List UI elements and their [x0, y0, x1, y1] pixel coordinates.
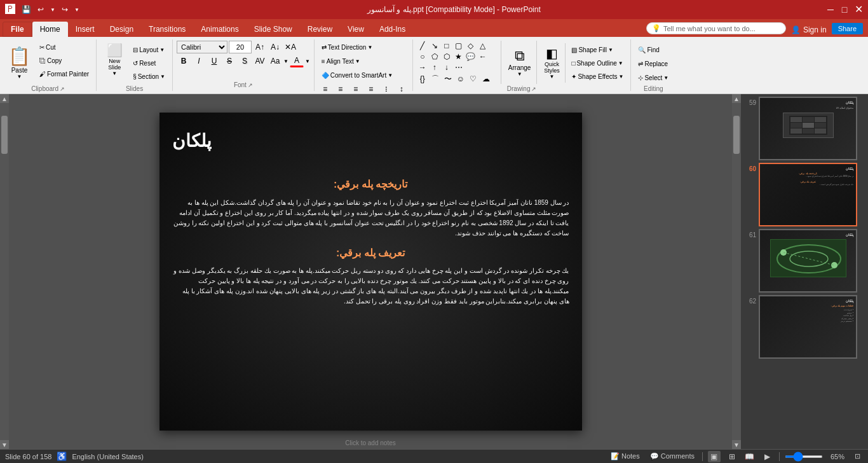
quick-styles-button[interactable]: ◧ Quick Styles ▼: [539, 41, 564, 84]
click-to-add-notes[interactable]: Click to add notes: [345, 439, 396, 446]
tab-file[interactable]: File: [3, 22, 32, 37]
minimize-button[interactable]: ─: [826, 5, 835, 14]
scroll-up-arrow-right[interactable]: ▲: [732, 94, 741, 103]
font-color-button[interactable]: A: [290, 55, 304, 67]
drawing-expand-icon[interactable]: ↗: [531, 86, 536, 92]
shape-arrow[interactable]: ↘: [429, 41, 440, 51]
normal-view-button[interactable]: ▣: [708, 451, 721, 462]
tell-me-box[interactable]: 💡 Tell me what you want to do...: [646, 22, 786, 34]
clear-format-button[interactable]: ✕A: [283, 41, 297, 53]
shape-diamond[interactable]: ◇: [465, 41, 477, 51]
shape-fill-button[interactable]: ▧ Shape Fill ▼: [568, 43, 627, 56]
save-qat-button[interactable]: 💾: [19, 4, 34, 15]
fit-slide-button[interactable]: ⊡: [852, 452, 863, 460]
italic-button[interactable]: I: [192, 55, 206, 67]
font-size-input[interactable]: [229, 41, 252, 53]
shape-callout[interactable]: 💬: [465, 52, 477, 62]
shape-star[interactable]: ★: [453, 52, 465, 62]
shape-heart[interactable]: ♡: [468, 74, 479, 84]
decrease-font-button[interactable]: A↓: [268, 41, 282, 53]
shape-up-arrow[interactable]: ↑: [429, 62, 440, 73]
align-center-button[interactable]: ≡: [334, 83, 348, 95]
thumbnail-60[interactable]: 60 پلکان تاريخچه پله برقي: در سال 1859 ن…: [743, 163, 865, 226]
col-button[interactable]: ⫶: [379, 83, 393, 95]
redo-qat-button[interactable]: ↪: [59, 4, 71, 15]
text-direction-button[interactable]: ⇄ Text Direction ▼: [318, 41, 376, 53]
tab-slideshow[interactable]: Slide Show: [247, 22, 300, 37]
signin-button[interactable]: 👤 Sign in: [791, 25, 827, 34]
undo-qat-button[interactable]: ↩: [35, 4, 46, 15]
thumbnail-62[interactable]: 62 پلکان قطعات مهم پله برقي: • چرخ دنده …: [743, 295, 865, 359]
shape-brace[interactable]: ⌒: [430, 74, 441, 84]
font-family-select[interactable]: Calibri: [177, 41, 227, 53]
shape-more[interactable]: ⋯: [453, 62, 465, 73]
find-button[interactable]: 🔍 Find: [635, 43, 662, 56]
bold-button[interactable]: B: [177, 55, 191, 67]
shape-ellipse[interactable]: ○: [417, 52, 428, 62]
thumbnail-61[interactable]: 61 پلکان: [743, 229, 865, 293]
tab-animations[interactable]: Animations: [193, 22, 246, 37]
undo-dropdown-button[interactable]: ▼: [48, 6, 58, 14]
strikethrough-button[interactable]: S: [222, 55, 236, 67]
current-slide[interactable]: پلکان تاريخچه پله برقي: در سال 1859 ناتا…: [159, 113, 582, 431]
layout-button[interactable]: ⊟ Layout ▼: [130, 43, 168, 56]
slide-show-button[interactable]: ▶: [761, 451, 774, 462]
shape-pentagon[interactable]: ⬠: [429, 52, 440, 62]
scroll-down-arrow-right[interactable]: ▼: [732, 440, 741, 449]
shape-triangle[interactable]: △: [477, 41, 489, 51]
comments-button[interactable]: 💬 Comments: [648, 452, 697, 460]
tab-addins[interactable]: Add-Ins: [372, 22, 413, 37]
change-case-button[interactable]: Aa: [268, 55, 282, 67]
shape-wave[interactable]: 〜: [442, 74, 454, 84]
scroll-up-arrow[interactable]: ▲: [0, 94, 9, 103]
shape-left-arrow[interactable]: ←: [477, 52, 489, 62]
shadow-button[interactable]: S: [238, 55, 252, 67]
shape-right-arrow[interactable]: →: [417, 62, 428, 73]
notes-button[interactable]: 📝 Notes: [608, 452, 642, 460]
tab-review[interactable]: Review: [300, 22, 340, 37]
format-painter-button[interactable]: 🖌 Format Painter: [36, 67, 92, 80]
close-button[interactable]: ✕: [854, 5, 863, 14]
tab-view[interactable]: View: [340, 22, 372, 37]
zoom-level-button[interactable]: 65%: [828, 453, 847, 460]
zoom-slider[interactable]: [785, 455, 823, 458]
share-button[interactable]: Share: [832, 23, 863, 34]
new-slide-button[interactable]: ⬜ New Slide ▼: [100, 41, 128, 69]
copy-button[interactable]: ⿻ Copy: [36, 54, 92, 67]
reading-view-button[interactable]: 📖: [743, 451, 756, 462]
justify-button[interactable]: ≡: [364, 83, 378, 95]
tab-insert[interactable]: Insert: [68, 22, 102, 37]
shape-effects-button[interactable]: ✦ Shape Effects ▼: [568, 70, 627, 83]
shape-bracket[interactable]: {}: [417, 74, 428, 84]
shape-cloud[interactable]: ☁: [480, 74, 492, 84]
line-spacing-button[interactable]: ↕: [395, 83, 409, 95]
shape-rect[interactable]: □: [441, 41, 452, 51]
restore-button[interactable]: □: [840, 5, 849, 14]
align-right-button[interactable]: ≡: [349, 83, 363, 95]
shape-round-rect[interactable]: ▢: [453, 41, 465, 51]
shape-down-arrow[interactable]: ↓: [441, 62, 452, 73]
cut-button[interactable]: ✂ Cut: [36, 41, 92, 53]
align-left-button[interactable]: ≡: [318, 83, 332, 95]
tab-home[interactable]: Home: [32, 22, 68, 37]
replace-button[interactable]: ⇌ Replace: [635, 57, 671, 70]
shape-hexagon[interactable]: ⬡: [441, 52, 452, 62]
tab-design[interactable]: Design: [102, 22, 141, 37]
thumbnail-59[interactable]: 59 پلکان محتوای اسلاید ۵۹: [743, 97, 865, 160]
underline-button[interactable]: U: [207, 55, 221, 67]
scroll-down-arrow-left[interactable]: ▼: [0, 440, 9, 449]
shape-outline-button[interactable]: □ Shape Outline ▼: [568, 57, 627, 69]
arrange-button[interactable]: ⧉ Arrange ▼: [504, 41, 536, 84]
shape-smiley[interactable]: ☺: [455, 74, 466, 84]
font-expand-icon[interactable]: ↗: [248, 82, 253, 88]
tab-transitions[interactable]: Transitions: [141, 22, 193, 37]
section-button[interactable]: § Section ▼: [130, 70, 168, 83]
shape-line[interactable]: ╱: [417, 41, 428, 51]
customize-qat-button[interactable]: ▼: [72, 6, 82, 14]
align-text-button[interactable]: ≡ Align Text ▼: [318, 55, 363, 67]
reset-button[interactable]: ↺ Reset: [130, 57, 168, 69]
char-spacing-button[interactable]: AV: [253, 55, 267, 67]
scroll-thumb-left[interactable]: [1, 116, 8, 154]
paste-button[interactable]: 📋 Paste ▼: [4, 41, 35, 84]
convert-smartart-button[interactable]: 🔷 Convert to SmartArt ▼: [318, 69, 396, 81]
